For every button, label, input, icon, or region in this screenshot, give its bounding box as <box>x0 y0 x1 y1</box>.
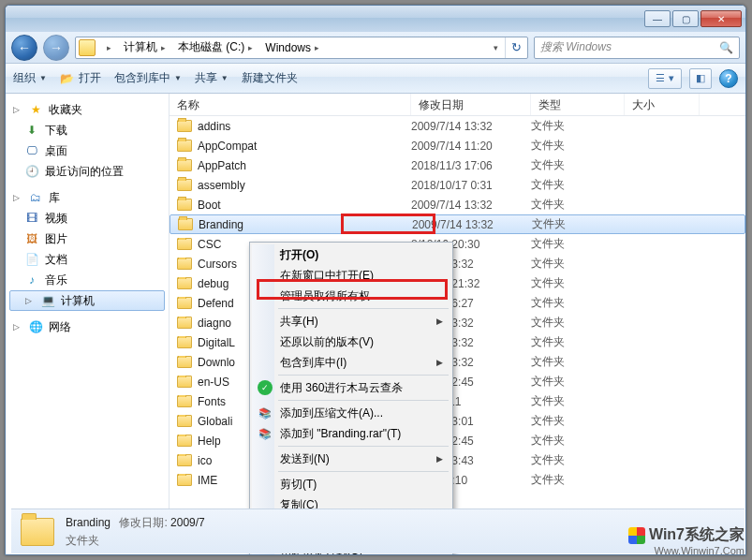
ctx-open[interactable]: 打开(O) <box>252 244 450 265</box>
ctx-admin-take-ownership[interactable]: 管理员取得所有权 <box>252 286 450 306</box>
file-name: Defend <box>198 297 234 310</box>
file-type: 文件夹 <box>531 472 625 488</box>
view-mode-button[interactable]: ☰ ▾ <box>648 68 682 89</box>
column-headers[interactable]: 名称 修改日期 类型 大小 <box>170 94 745 116</box>
ctx-360-scan[interactable]: ✓使用 360进行木马云查杀 <box>252 377 450 398</box>
folder-icon <box>177 120 192 132</box>
share-menu[interactable]: 共享▼ <box>195 70 229 86</box>
ctx-include-in-library[interactable]: 包含到库中(I)▶ <box>252 352 450 373</box>
column-size[interactable]: 大小 <box>625 94 700 115</box>
computer-icon: 💻 <box>40 293 55 308</box>
folder-icon <box>177 395 192 407</box>
sidebar-item-network[interactable]: ▷🌐网络 <box>6 317 169 337</box>
file-type: 文件夹 <box>531 315 625 331</box>
file-type: 文件夹 <box>531 374 625 390</box>
sidebar-item-music[interactable]: ♪音乐 <box>6 270 169 290</box>
file-name: IME <box>198 474 217 487</box>
file-row[interactable]: assembly2018/10/17 0:31文件夹 <box>170 175 745 195</box>
breadcrumb-windows[interactable]: Windows▸ <box>259 37 326 58</box>
file-date: 2009/7/14 13:32 <box>412 218 532 231</box>
open-button[interactable]: 📂打开 <box>60 70 101 86</box>
ctx-send-to[interactable]: 发送到(N)▶ <box>252 449 450 469</box>
folder-icon <box>21 518 54 546</box>
rar-icon: 📚 <box>258 426 273 441</box>
watermark: Win7系统之家 Www.Winwin7.Com <box>628 525 745 556</box>
breadcrumb-computer[interactable]: 计算机▸ <box>118 37 172 58</box>
sidebar-item-pictures[interactable]: 🖼图片 <box>6 228 169 249</box>
file-type: 文件夹 <box>531 433 625 449</box>
refresh-button[interactable]: ↻ <box>505 37 527 58</box>
file-name: Branding <box>199 218 243 231</box>
maximize-button[interactable]: ▢ <box>672 10 699 27</box>
sidebar-item-computer[interactable]: ▷💻计算机 <box>9 290 165 311</box>
sidebar-item-recent[interactable]: 🕘最近访问的位置 <box>6 161 169 182</box>
document-icon: 📄 <box>24 252 39 267</box>
file-type: 文件夹 <box>531 452 625 468</box>
ctx-open-new-window[interactable]: 在新窗口中打开(E) <box>252 265 450 286</box>
recent-icon: 🕘 <box>24 164 39 179</box>
sidebar-item-videos[interactable]: 🎞视频 <box>6 208 169 228</box>
search-input[interactable]: 搜索 Windows 🔍 <box>534 37 740 59</box>
help-button[interactable]: ? <box>719 69 738 88</box>
libraries-header[interactable]: ▷🗂库 <box>6 187 169 208</box>
folder-icon <box>177 277 192 289</box>
file-name: Help <box>198 435 221 448</box>
search-placeholder: 搜索 Windows <box>540 39 612 55</box>
ctx-cut[interactable]: 剪切(T) <box>252 474 450 494</box>
file-row[interactable]: Branding2009/7/14 13:32文件夹 <box>170 214 745 234</box>
ctx-share[interactable]: 共享(H)▶ <box>252 311 450 332</box>
sidebar-item-downloads[interactable]: ⬇下载 <box>6 120 169 140</box>
file-row[interactable]: AppPatch2018/11/3 17:06文件夹 <box>170 155 745 175</box>
file-row[interactable]: AppCompat2009/7/14 11:20文件夹 <box>170 136 745 155</box>
folder-icon <box>177 297 192 309</box>
breadcrumb[interactable]: ▸ 计算机▸ 本地磁盘 (C:)▸ Windows▸ ▾ ↻ <box>75 37 528 59</box>
breadcrumb-root[interactable]: ▸ <box>97 37 118 58</box>
file-type: 文件夹 <box>531 256 625 272</box>
search-icon: 🔍 <box>719 41 733 54</box>
file-type: 文件夹 <box>531 393 625 409</box>
file-type: 文件夹 <box>531 236 625 252</box>
titlebar[interactable]: — ▢ ✕ <box>6 6 745 32</box>
file-type: 文件夹 <box>531 334 625 350</box>
ctx-add-to-branding-rar[interactable]: 📚添加到 "Branding.rar"(T) <box>252 423 450 444</box>
picture-icon: 🖼 <box>24 231 39 246</box>
column-date[interactable]: 修改日期 <box>411 94 531 115</box>
windows-flag-icon <box>628 527 645 544</box>
folder-icon <box>177 435 192 447</box>
close-button[interactable]: ✕ <box>700 10 742 27</box>
sidebar-item-desktop[interactable]: 🖵桌面 <box>6 140 169 161</box>
ctx-restore-previous[interactable]: 还原以前的版本(V) <box>252 332 450 352</box>
file-name: DigitalL <box>198 336 235 349</box>
forward-button[interactable]: → <box>43 35 69 61</box>
file-name: Cursors <box>198 258 237 271</box>
ctx-add-to-archive[interactable]: 📚添加到压缩文件(A)... <box>252 403 450 423</box>
breadcrumb-dropdown[interactable]: ▾ <box>484 37 505 58</box>
sidebar-item-documents[interactable]: 📄文档 <box>6 249 169 270</box>
file-name: CSC <box>198 238 221 251</box>
folder-icon <box>177 179 192 191</box>
file-row[interactable]: Boot2009/7/14 13:32文件夹 <box>170 195 745 214</box>
new-folder-button[interactable]: 新建文件夹 <box>242 70 298 86</box>
column-type[interactable]: 类型 <box>531 94 625 115</box>
back-button[interactable]: ← <box>11 35 37 61</box>
file-name: Fonts <box>198 395 226 408</box>
folder-icon <box>177 199 192 211</box>
file-row[interactable]: addins2009/7/14 13:32文件夹 <box>170 116 745 136</box>
file-name: diagno <box>198 317 231 330</box>
network-icon: 🌐 <box>28 319 43 334</box>
include-in-library-menu[interactable]: 包含到库中▼ <box>114 70 182 86</box>
folder-icon <box>79 39 96 56</box>
file-name: addins <box>198 120 230 133</box>
address-bar: ← → ▸ 计算机▸ 本地磁盘 (C:)▸ Windows▸ ▾ ↻ 搜索 Wi… <box>6 32 745 64</box>
file-date: 2018/11/3 17:06 <box>411 159 531 172</box>
music-icon: ♪ <box>24 273 39 287</box>
details-date-value: 2009/7 <box>170 516 205 529</box>
file-name: Downlo <box>198 356 235 369</box>
column-name[interactable]: 名称 <box>170 94 411 115</box>
preview-pane-button[interactable]: ◧ <box>689 68 712 89</box>
minimize-button[interactable]: — <box>644 10 671 27</box>
favorites-header[interactable]: ▷★收藏夹 <box>6 99 169 120</box>
file-type: 文件夹 <box>531 157 625 173</box>
organize-menu[interactable]: 组织▼ <box>13 70 47 86</box>
breadcrumb-drive-c[interactable]: 本地磁盘 (C:)▸ <box>172 37 259 58</box>
